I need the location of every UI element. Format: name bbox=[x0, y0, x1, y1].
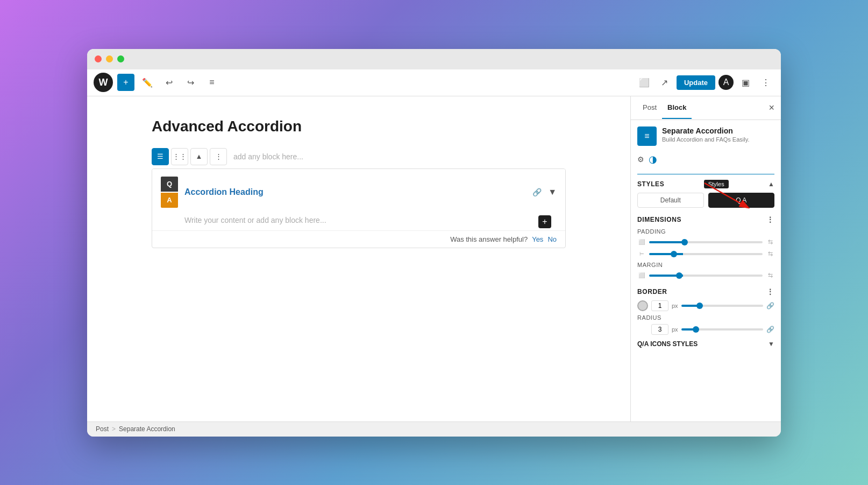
main-area: Advanced Accordion ☰ ⋮⋮ ▲ ⋮ add any bloc… bbox=[87, 96, 781, 421]
breadcrumb-current: Separate Accordion bbox=[119, 425, 175, 433]
styles-label: Styles bbox=[637, 180, 664, 188]
slider-adjust-icon[interactable]: ⇆ bbox=[766, 238, 774, 247]
plugin-info: ≡ Separate Accordion Build Accordion and… bbox=[637, 126, 774, 146]
sidebar-close-button[interactable]: × bbox=[769, 102, 774, 114]
block-more-button[interactable]: ⋮ bbox=[210, 148, 227, 165]
block-tab[interactable]: Block bbox=[662, 97, 692, 119]
radius-value-row: px 🔗 bbox=[637, 324, 774, 335]
accordion-content-placeholder[interactable]: Write your content or add any block here… bbox=[184, 216, 326, 224]
list-view-button[interactable]: ≡ bbox=[203, 74, 220, 91]
accordion-block: Q A Accordion Heading 🔗 ▼ Write your con… bbox=[152, 168, 566, 248]
app-body: W + ✏️ ↩ ↪ ≡ ⬜ ↗ Update A ▣ ⋮ Advanced A… bbox=[87, 69, 781, 437]
border-width-slider[interactable] bbox=[681, 305, 763, 307]
border-title: Border ⋮ bbox=[637, 287, 774, 296]
padding-top-icon: ⬜ bbox=[637, 238, 646, 247]
styles-header: Styles Styles ▲ bbox=[637, 180, 774, 188]
app-window: W + ✏️ ↩ ↪ ≡ ⬜ ↗ Update A ▣ ⋮ Advanced A… bbox=[87, 49, 781, 437]
border-link-icon[interactable]: 🔗 bbox=[766, 302, 774, 310]
border-section: Border ⋮ px 🔗 RADIUS bbox=[637, 287, 774, 335]
padding-slider-row-2: ⊢ ⇆ bbox=[637, 250, 774, 258]
padding-top-slider[interactable] bbox=[649, 241, 763, 243]
status-bar: Post > Separate Accordion bbox=[87, 421, 781, 437]
radius-width-input[interactable] bbox=[651, 324, 668, 335]
gear-icon-button[interactable]: ⚙ bbox=[637, 155, 644, 164]
helpful-no-button[interactable]: No bbox=[547, 235, 557, 243]
editor-area[interactable]: Advanced Accordion ☰ ⋮⋮ ▲ ⋮ add any bloc… bbox=[87, 96, 630, 421]
edit-mode-button[interactable]: ✏️ bbox=[139, 74, 156, 91]
margin-icon: ⬜ bbox=[637, 271, 646, 280]
style-qa-button[interactable]: Q A bbox=[708, 193, 775, 208]
qa-icons: Q A bbox=[161, 177, 178, 208]
add-content-button[interactable]: + bbox=[538, 215, 551, 228]
sidebar-divider bbox=[637, 174, 774, 174]
add-block-placeholder: add any block here... bbox=[229, 152, 308, 161]
helpful-yes-button[interactable]: Yes bbox=[532, 235, 543, 243]
style-options: Default Q A bbox=[637, 193, 774, 208]
breadcrumb-post[interactable]: Post bbox=[96, 425, 109, 433]
dimensions-section: Dimensions ⋮ PADDING ⬜ ⇆ ⊢ ⇆ bbox=[637, 215, 774, 280]
padding-label: PADDING bbox=[637, 228, 774, 235]
link-icon[interactable]: 🔗 bbox=[532, 188, 542, 196]
q-icon: Q bbox=[161, 177, 178, 192]
dimensions-title: Dimensions ⋮ bbox=[637, 215, 774, 224]
slider-adjust-2-icon[interactable]: ⇆ bbox=[766, 250, 774, 258]
post-title: Advanced Accordion bbox=[152, 118, 566, 135]
border-color-dot[interactable] bbox=[637, 300, 648, 311]
block-toolbar: ☰ ⋮⋮ ▲ ⋮ add any block here... bbox=[152, 148, 566, 165]
border-unit-label: px bbox=[672, 303, 678, 309]
half-moon-icon-button[interactable]: ◑ bbox=[649, 153, 657, 165]
update-button[interactable]: Update bbox=[677, 75, 715, 90]
add-block-button[interactable]: + bbox=[117, 74, 134, 91]
toolbar-right: ⬜ ↗ Update A ▣ ⋮ bbox=[636, 74, 774, 91]
more-options-button[interactable]: ⋮ bbox=[757, 74, 774, 91]
avatar-button[interactable]: A bbox=[718, 75, 734, 90]
style-default-button[interactable]: Default bbox=[637, 193, 704, 208]
qa-icons-styles-section: Q/A Icons Styles ▼ bbox=[637, 340, 774, 348]
plugin-name: Separate Accordion bbox=[662, 126, 749, 135]
toolbar: W + ✏️ ↩ ↪ ≡ ⬜ ↗ Update A ▣ ⋮ bbox=[87, 69, 781, 96]
block-drag-button[interactable]: ⋮⋮ bbox=[171, 148, 188, 165]
redo-button[interactable]: ↪ bbox=[182, 74, 199, 91]
plugin-desc: Build Accordion and FAQs Easily. bbox=[662, 136, 749, 143]
accordion-content-row: Write your content or add any block here… bbox=[152, 215, 565, 230]
external-link-button[interactable]: ↗ bbox=[656, 74, 673, 91]
accordion-header-row: Q A Accordion Heading 🔗 ▼ bbox=[152, 169, 565, 215]
plugin-icon: ≡ bbox=[637, 126, 657, 146]
post-tab[interactable]: Post bbox=[637, 97, 662, 119]
breadcrumb-separator: > bbox=[112, 425, 116, 433]
sidebar-toggle-button[interactable]: ▣ bbox=[737, 74, 754, 91]
helpful-row: Was this answer helpful? Yes No bbox=[152, 230, 565, 248]
styles-chevron-icon[interactable]: ▲ bbox=[768, 180, 774, 188]
dimensions-more-button[interactable]: ⋮ bbox=[766, 215, 774, 224]
wp-logo: W bbox=[94, 73, 113, 92]
qa-icons-chevron-icon[interactable]: ▼ bbox=[768, 340, 774, 348]
margin-slider-adjust-icon[interactable]: ⇆ bbox=[766, 271, 774, 280]
block-move-button[interactable]: ▲ bbox=[190, 148, 208, 165]
close-button[interactable] bbox=[95, 55, 102, 62]
titlebar bbox=[87, 49, 781, 69]
chevron-down-icon[interactable]: ▼ bbox=[548, 187, 557, 197]
sidebar: Post Block × ≡ Separate Accordion Build … bbox=[630, 96, 781, 421]
padding-slider-row-1: ⬜ ⇆ bbox=[637, 238, 774, 247]
radius-slider[interactable] bbox=[681, 328, 763, 331]
preview-button[interactable]: ⬜ bbox=[636, 74, 653, 91]
radius-link-icon[interactable]: 🔗 bbox=[766, 326, 774, 333]
block-type-button[interactable]: ☰ bbox=[152, 148, 169, 165]
minimize-button[interactable] bbox=[106, 55, 113, 62]
styles-section: Styles Styles ▲ Default Q A bbox=[637, 180, 774, 208]
accordion-heading-text[interactable]: Accordion Heading bbox=[184, 187, 526, 197]
sidebar-content: ≡ Separate Accordion Build Accordion and… bbox=[631, 120, 781, 421]
styles-badge: Styles bbox=[704, 180, 729, 188]
padding-side-slider[interactable] bbox=[649, 253, 763, 255]
a-icon: A bbox=[161, 193, 178, 208]
border-width-input[interactable] bbox=[651, 300, 668, 311]
border-value-row: px 🔗 bbox=[637, 300, 774, 311]
undo-button[interactable]: ↩ bbox=[160, 74, 177, 91]
margin-slider[interactable] bbox=[649, 275, 763, 277]
radius-label: RADIUS bbox=[637, 314, 774, 321]
border-more-button[interactable]: ⋮ bbox=[766, 287, 774, 296]
sidebar-header: Post Block × bbox=[631, 96, 781, 120]
maximize-button[interactable] bbox=[117, 55, 124, 62]
margin-slider-row: ⬜ ⇆ bbox=[637, 271, 774, 280]
helpful-text: Was this answer helpful? bbox=[450, 235, 528, 243]
